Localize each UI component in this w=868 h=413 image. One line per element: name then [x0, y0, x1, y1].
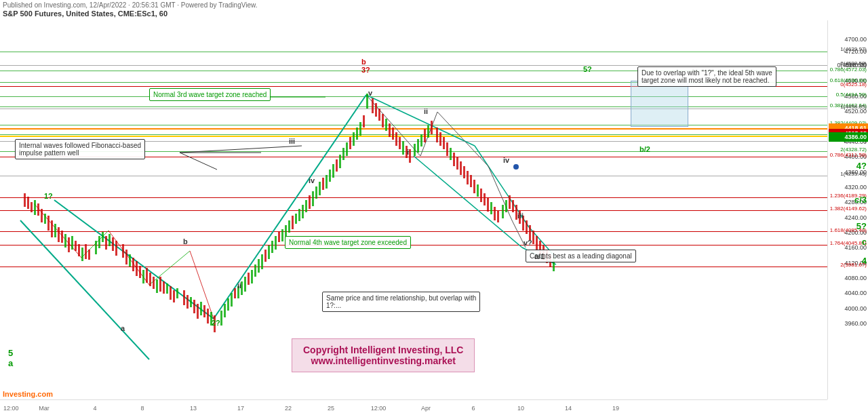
svg-rect-30 — [51, 220, 53, 237]
svg-rect-98 — [295, 214, 297, 224]
svg-rect-118 — [363, 115, 365, 127]
time-apr: Apr — [421, 405, 431, 412]
svg-rect-125 — [389, 123, 391, 137]
svg-rect-83 — [244, 277, 246, 292]
svg-rect-142 — [450, 148, 452, 160]
wave-c3-right-label: c/3 — [854, 195, 867, 205]
fib-right-2: 0(4588.58) — [840, 60, 867, 66]
svg-rect-141 — [446, 142, 448, 156]
copyright-line2: www.intelligentinvesting.market — [303, 355, 463, 366]
svg-rect-69 — [193, 300, 195, 313]
svg-rect-147 — [467, 171, 469, 184]
svg-rect-139 — [439, 132, 441, 146]
svg-rect-72 — [203, 305, 205, 317]
fib-right-1: 1(4629.97) — [840, 45, 867, 52]
svg-rect-120 — [372, 98, 374, 113]
svg-rect-155 — [494, 207, 496, 220]
svg-rect-68 — [190, 297, 192, 307]
svg-rect-63 — [170, 286, 172, 300]
svg-rect-96 — [288, 220, 290, 233]
svg-rect-79 — [231, 293, 233, 307]
svg-rect-67 — [186, 295, 189, 309]
svg-rect-131 — [409, 149, 411, 163]
svg-rect-39 — [81, 248, 83, 261]
svg-rect-86 — [254, 264, 256, 277]
wave-1-label: 1? — [44, 192, 53, 200]
time-1200-2: 12:00 — [371, 405, 387, 412]
svg-rect-53 — [136, 261, 138, 276]
svg-rect-167 — [536, 236, 538, 251]
svg-rect-154 — [490, 202, 492, 214]
svg-rect-58 — [153, 277, 155, 289]
svg-rect-51 — [129, 254, 131, 267]
fib-right-5: 0(4525.18) — [840, 81, 867, 87]
svg-rect-123 — [382, 114, 384, 127]
chart-container: Published on Investing.com, 12/Apr/2022 … — [0, 0, 868, 413]
svg-rect-27 — [41, 209, 43, 222]
svg-rect-160 — [512, 200, 514, 212]
wave-5-top-label: 5? — [583, 65, 592, 73]
wave-b-left-label: b — [183, 237, 188, 245]
svg-rect-65 — [176, 288, 178, 298]
svg-rect-97 — [292, 216, 294, 229]
wave-b-label: b3? — [361, 58, 370, 74]
svg-rect-159 — [509, 195, 511, 209]
time-1200: 12:00 — [3, 405, 19, 412]
svg-rect-35 — [68, 237, 70, 252]
svg-rect-45 — [105, 236, 107, 250]
svg-rect-46 — [108, 234, 111, 246]
svg-rect-94 — [281, 229, 283, 241]
wave-v-label-2: v? — [524, 239, 532, 247]
svg-rect-57 — [149, 273, 151, 286]
svg-rect-73 — [207, 309, 209, 323]
chart-header: Published on Investing.com, 12/Apr/2022 … — [3, 1, 257, 9]
wave-2-label: 2? — [212, 319, 220, 327]
svg-rect-144 — [456, 157, 458, 170]
svg-rect-121 — [375, 103, 377, 117]
svg-line-20 — [149, 251, 190, 285]
wave-4-bottom-right-label: 4 — [862, 256, 867, 266]
svg-rect-78 — [227, 298, 229, 311]
time-22: 22 — [285, 405, 292, 412]
svg-rect-143 — [453, 153, 455, 166]
price-4320: 4320.00 — [844, 184, 867, 191]
svg-rect-116 — [356, 127, 358, 140]
svg-rect-133 — [417, 139, 419, 153]
svg-rect-107 — [326, 175, 328, 189]
iv-dot — [513, 164, 519, 170]
svg-rect-129 — [402, 141, 404, 155]
wave-b2-label: b/2 — [639, 145, 650, 153]
svg-rect-84 — [248, 273, 250, 285]
wave-a1-label: a/1 — [534, 252, 545, 260]
svg-rect-104 — [315, 186, 317, 199]
svg-rect-23 — [27, 197, 29, 209]
price-highlight-green: 4386.00 — [829, 132, 868, 142]
time-axis: 12:00 Mar 4 8 13 17 22 25 12:00 Apr 6 10… — [0, 399, 827, 413]
svg-rect-88 — [261, 254, 263, 269]
svg-rect-122 — [378, 109, 380, 121]
svg-rect-77 — [224, 304, 226, 317]
wave-iv-label-2: iv — [503, 156, 509, 164]
svg-line-13 — [180, 153, 217, 170]
svg-rect-80 — [234, 288, 236, 298]
svg-rect-135 — [424, 129, 426, 142]
svg-rect-85 — [251, 270, 253, 283]
time-25: 25 — [328, 405, 334, 412]
time-mar: Mar — [39, 405, 50, 412]
svg-rect-93 — [278, 232, 280, 242]
svg-rect-92 — [275, 236, 277, 250]
time-14: 14 — [565, 405, 572, 412]
svg-rect-41 — [88, 250, 90, 260]
svg-rect-117 — [359, 122, 361, 136]
svg-line-15 — [180, 146, 302, 153]
wave-ii-label-1: ii — [424, 107, 428, 115]
svg-rect-149 — [473, 180, 475, 193]
svg-rect-55 — [142, 270, 144, 283]
svg-line-8 — [366, 95, 420, 156]
svg-rect-36 — [71, 236, 73, 250]
wave-5-right-label: 5? — [856, 221, 867, 231]
wave-i-label: i — [407, 148, 409, 156]
price-4720: 4700.00 — [844, 36, 867, 43]
wave-v-label: v — [368, 89, 372, 97]
price-axis: 4720.00 4700.00 4640.00 0(4588.58) 4600.… — [827, 20, 868, 399]
